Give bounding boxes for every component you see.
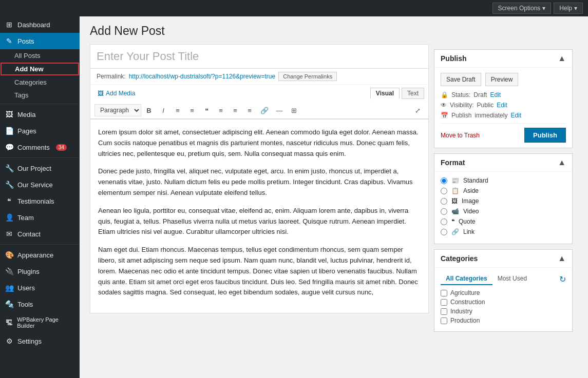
refresh-icon[interactable]: ↻ (559, 274, 566, 284)
chevron-down-icon: ▾ (542, 5, 545, 12)
sidebar-item-testimonials[interactable]: ❝ Testimonials (0, 193, 80, 209)
format-radio-video[interactable] (441, 208, 447, 215)
italic-button[interactable]: I (157, 105, 170, 116)
sidebar-item-posts[interactable]: ✎ Posts (0, 33, 80, 49)
sidebar-sub-categories[interactable]: Categories (0, 76, 80, 89)
format-option-standard: 📰 Standard (441, 177, 566, 184)
move-to-trash-link[interactable]: Move to Trash (441, 132, 480, 139)
category-item-production: Production (441, 317, 566, 324)
categories-collapse-button[interactable]: ▲ (558, 254, 566, 263)
sidebar-item-users[interactable]: 👥 Users (0, 280, 80, 296)
sidebar-item-dashboard[interactable]: ⊞ Dashboard (0, 16, 80, 33)
tab-visual[interactable]: Visual (370, 88, 400, 99)
sidebar-item-contact[interactable]: ✉ Contact (0, 226, 80, 242)
tab-all-categories[interactable]: All Categories (441, 273, 492, 285)
sidebar-item-appearance[interactable]: 🎨 Appearance (0, 247, 80, 263)
sidebar-item-comments[interactable]: 💬 Comments 34 (0, 139, 80, 155)
publish-label: Publish (451, 112, 471, 119)
format-radio-standard[interactable] (441, 177, 447, 184)
sidebar-sub-tags[interactable]: Tags (0, 89, 80, 102)
top-bar: Screen Options ▾ Help ▾ (0, 0, 588, 16)
sidebar-item-pages[interactable]: 📄 Pages (0, 123, 80, 139)
visibility-edit-link[interactable]: Edit (497, 102, 507, 109)
format-option-quote: ❝ Quote (441, 218, 566, 225)
preview-button[interactable]: Preview (485, 73, 519, 86)
help-button[interactable]: Help ▾ (554, 3, 583, 14)
category-label-construction: Construction (450, 299, 485, 306)
bold-button[interactable]: B (142, 105, 156, 116)
category-checkbox-industry[interactable] (441, 308, 447, 315)
sidebar-item-media[interactable]: 🖼 Media (0, 106, 80, 123)
sidebar-sub-all-posts[interactable]: All Posts (0, 49, 80, 62)
format-radio-link[interactable] (441, 229, 447, 235)
format-radio-image[interactable] (441, 198, 447, 205)
right-sidebar: Publish ▲ Save Draft Preview 🔒 Status: D… (434, 44, 578, 342)
align-right-button[interactable]: ≡ (243, 105, 256, 116)
sidebar-item-plugins[interactable]: 🔌 Plugins (0, 263, 80, 280)
publish-edit-link[interactable]: Edit (510, 112, 521, 119)
comments-badge: 34 (56, 144, 67, 151)
category-item-agriculture: Agriculture (441, 289, 566, 296)
add-media-button[interactable]: 🖼 Add Media (94, 88, 138, 98)
content-area: Add New Post Permalink: http://localhost… (80, 16, 588, 378)
categories-metabox: Categories ▲ All Categories Most Used ↻ (434, 249, 573, 332)
category-checkbox-production[interactable] (441, 317, 447, 324)
settings-icon: ⚙ (5, 337, 13, 345)
categories-metabox-header: Categories ▲ (434, 250, 572, 268)
editor-content[interactable]: Lorem ipsum dolor sit amet, consectetuer… (90, 120, 428, 313)
format-radio-aside[interactable] (441, 188, 447, 194)
format-radio-quote[interactable] (441, 218, 447, 225)
link-button[interactable]: 🔗 (257, 105, 272, 116)
read-more-button[interactable]: — (273, 105, 286, 116)
testimonials-icon: ❝ (5, 197, 13, 205)
publish-metabox-title: Publish (441, 54, 467, 63)
sidebar-item-wpbakery[interactable]: 🏗 WPBakery Page Builder (0, 312, 80, 333)
format-image-icon: 🖼 (451, 197, 458, 205)
publish-button[interactable]: Publish (524, 128, 566, 143)
tools-icon: 🔩 (5, 300, 13, 308)
tab-most-used[interactable]: Most Used (492, 273, 532, 285)
categories-tabs: All Categories Most Used (441, 273, 532, 285)
publish-collapse-button[interactable]: ▲ (558, 54, 566, 63)
categories-list: Agriculture Construction Industry (441, 289, 566, 324)
format-video-label: Video (463, 208, 479, 215)
sidebar-item-our-service[interactable]: 🔧 Our Service (0, 176, 80, 193)
format-collapse-button[interactable]: ▲ (558, 158, 566, 167)
sidebar-item-settings[interactable]: ⚙ Settings (0, 333, 80, 349)
format-aside-icon: 📋 (451, 187, 459, 194)
sidebar-sub-add-new[interactable]: Add New (1, 63, 79, 75)
contact-icon: ✉ (5, 230, 13, 238)
sidebar-item-our-project[interactable]: 🔧 Our Project (0, 160, 80, 176)
sidebar-item-team[interactable]: 👤 Team (0, 209, 80, 226)
tab-text[interactable]: Text (402, 88, 424, 99)
align-left-button[interactable]: ≡ (214, 105, 227, 116)
align-center-button[interactable]: ≡ (229, 105, 242, 116)
dashboard-icon: ⊞ (5, 21, 13, 29)
table-button[interactable]: ⊞ (287, 105, 300, 116)
status-edit-link[interactable]: Edit (490, 91, 501, 98)
change-permalinks-button[interactable]: Change Permalinks (278, 72, 337, 81)
publish-metabox-header: Publish ▲ (434, 50, 572, 68)
content-paragraph-4: Nam eget dui. Etiam rhoncus. Maecenas te… (98, 245, 421, 298)
format-video-icon: 📹 (451, 208, 459, 215)
format-standard-label: Standard (463, 177, 488, 184)
ordered-list-button[interactable]: ≡ (185, 105, 199, 116)
blockquote-button[interactable]: ❝ (200, 105, 213, 116)
expand-button[interactable]: ⤢ (411, 105, 424, 116)
our-project-icon: 🔧 (5, 164, 13, 172)
screen-options-button[interactable]: Screen Options ▾ (492, 3, 552, 14)
sidebar-item-tools[interactable]: 🔩 Tools (0, 296, 80, 312)
unordered-list-button[interactable]: ≡ (171, 105, 184, 116)
appearance-icon: 🎨 (5, 251, 13, 259)
format-option-image: 🖼 Image (441, 197, 566, 205)
save-draft-button[interactable]: Save Draft (441, 73, 481, 86)
category-checkbox-agriculture[interactable] (441, 290, 447, 296)
visibility-icon: 👁 (441, 102, 447, 109)
paragraph-select[interactable]: Paragraph (94, 104, 141, 116)
post-title-input[interactable] (90, 45, 428, 69)
category-item-construction: Construction (441, 299, 566, 306)
chevron-down-icon: ▾ (574, 5, 577, 12)
category-checkbox-construction[interactable] (441, 299, 447, 306)
permalink-link[interactable]: http://localhost/wp-dustrialsoft/?p=1126… (129, 73, 276, 80)
category-label-industry: Industry (450, 308, 472, 315)
